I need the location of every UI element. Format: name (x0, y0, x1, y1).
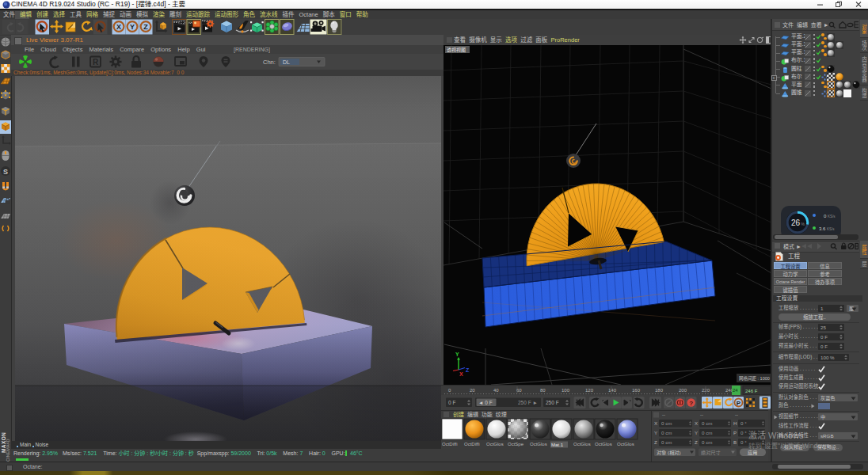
svg-text:R: R (93, 58, 99, 66)
svg-text:--: -- (700, 412, 703, 417)
svg-text:40: 40 (493, 388, 499, 393)
svg-text:Z: Z (143, 23, 148, 31)
svg-text:OctDiffi: OctDiffi (464, 442, 480, 446)
svg-text:Y: Y (130, 23, 135, 31)
svg-text:Mat.1: Mat.1 (551, 443, 564, 447)
svg-text:0 F: 0 F (448, 400, 455, 405)
svg-text:B: B (733, 439, 737, 445)
svg-text:X: X (654, 420, 657, 426)
svg-text:0 cm: 0 cm (702, 420, 712, 426)
svg-text:OctSpe: OctSpe (508, 442, 524, 446)
svg-text:OctGlos: OctGlos (573, 442, 591, 446)
svg-text:180: 180 (655, 388, 664, 393)
svg-text:24: 24 (733, 388, 738, 393)
svg-text:250 F: 250 F (546, 400, 559, 405)
svg-text:3.6 KS/s: 3.6 KS/s (819, 226, 835, 231)
svg-text:Z: Z (466, 367, 470, 373)
svg-text:0 °: 0 ° (740, 439, 747, 445)
svg-text:--: -- (662, 412, 665, 417)
svg-text:26: 26 (791, 218, 801, 227)
svg-text:透视视图: 透视视图 (447, 47, 466, 53)
svg-text:DL: DL (283, 59, 290, 65)
svg-text:OctGlos: OctGlos (595, 442, 612, 446)
svg-text:0 KS/s: 0 KS/s (824, 214, 836, 218)
svg-text:Chn:: Chn: (263, 59, 276, 66)
svg-text:?: ? (689, 400, 693, 407)
svg-text:绝对尺寸: 绝对尺寸 (701, 450, 721, 456)
svg-text:246 F: 246 F (745, 389, 758, 393)
svg-text:0 cm: 0 cm (702, 430, 712, 435)
svg-text:120: 120 (585, 388, 594, 393)
svg-text:0: 0 (448, 388, 451, 393)
svg-text:OctGlos: OctGlos (617, 442, 634, 446)
svg-text:Z: Z (654, 439, 657, 445)
svg-text:0 °: 0 ° (740, 420, 747, 426)
svg-text:Y: Y (654, 430, 657, 435)
svg-text:0 cm: 0 cm (661, 420, 672, 426)
svg-text:20: 20 (470, 388, 475, 393)
svg-text:S: S (3, 168, 8, 176)
svg-text:OctGlos: OctGlos (486, 442, 504, 446)
svg-text:80: 80 (540, 388, 546, 393)
svg-text:160: 160 (632, 388, 641, 393)
svg-text:对象 (相对): 对象 (相对) (657, 450, 681, 456)
svg-text:0 cm: 0 cm (661, 439, 672, 445)
svg-text:%: % (801, 222, 805, 226)
svg-text:OctDiffi: OctDiffi (442, 442, 458, 446)
svg-text:0 °: 0 ° (740, 430, 747, 435)
svg-text:H: H (733, 420, 737, 426)
svg-text:X: X (459, 371, 463, 377)
svg-text:100: 100 (562, 388, 570, 393)
svg-text:200: 200 (679, 388, 687, 393)
svg-text:OctGlos: OctGlos (530, 442, 547, 446)
svg-text:X: X (116, 23, 121, 31)
svg-text:网格间距 : 1000 cm: 网格间距 : 1000 cm (739, 375, 771, 382)
svg-text:250 F ►: 250 F ► (518, 400, 538, 405)
svg-text:0 cm: 0 cm (702, 439, 712, 445)
svg-text:Y: Y (455, 352, 459, 357)
svg-text:P: P (737, 400, 741, 407)
svg-text:X: X (695, 420, 698, 426)
svg-text:Z: Z (695, 439, 698, 445)
svg-text:◄ 0 F: ◄ 0 F (478, 400, 493, 405)
svg-text:应用: 应用 (748, 450, 757, 456)
svg-text:--: -- (735, 412, 738, 417)
svg-text:140: 140 (608, 388, 617, 393)
svg-text:P: P (733, 430, 737, 435)
svg-text:0 cm: 0 cm (661, 430, 672, 435)
svg-text:Y: Y (695, 430, 698, 435)
